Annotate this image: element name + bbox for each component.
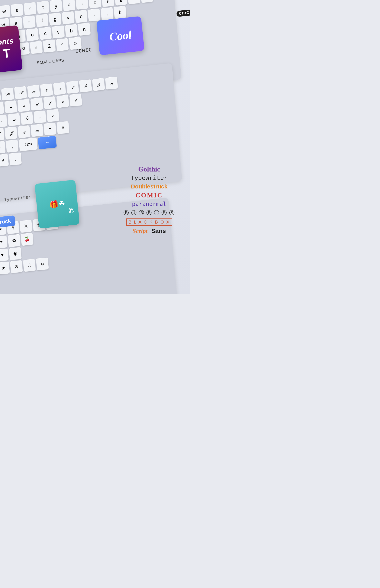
teal-icon-clover: ☘ [58, 199, 65, 208]
key-comma2[interactable]: , [6, 140, 19, 153]
key-sym-circle2[interactable]: ⊙ [10, 260, 23, 273]
badge-fonts-icon: T [2, 46, 11, 61]
badge-cool-text: Cool [109, 28, 132, 43]
key-script-w[interactable]: 𝓌 [27, 85, 40, 98]
key-caret[interactable]: ^ [56, 38, 69, 51]
teal-icon-gift: 🎁 [49, 200, 59, 209]
key-num2[interactable]: ?123 [19, 137, 38, 151]
key-enter2[interactable]: ← [38, 136, 57, 149]
key-o[interactable]: o [89, 0, 101, 8]
key-script-i[interactable]: 𝒾 [0, 115, 7, 128]
key-script-b[interactable]: 𝒷 [69, 94, 82, 107]
key-r[interactable]: r [24, 2, 37, 15]
key-y[interactable]: y [50, 0, 62, 12]
key-script-g[interactable]: 𝑔 [92, 78, 105, 91]
key-script-c[interactable]: 𝒸 [47, 109, 59, 122]
key-sym-flower2[interactable]: ✿ [8, 234, 21, 247]
key-n2[interactable]: n [78, 23, 91, 36]
key-sym-circle-dot[interactable]: ◉ [9, 247, 22, 260]
key-i2[interactable]: i [101, 7, 114, 20]
key-smiley[interactable]: ☺ [69, 37, 82, 50]
key-sc[interactable]: Sc [1, 88, 14, 101]
key-n3[interactable]: 𝓃 [105, 77, 118, 90]
truck-text: truck [0, 218, 11, 225]
key-e[interactable]: e [11, 3, 23, 17]
key-script-m[interactable]: 𝓂 [31, 124, 43, 137]
key-script-u[interactable]: 𝓊 [8, 113, 20, 126]
teal-icon-command: ⌘ [68, 207, 75, 214]
key-script-x[interactable]: 𝓍 [34, 110, 46, 123]
key-script-j2[interactable]: 𝒥 [5, 127, 18, 140]
font-gothic[interactable]: Golthic [138, 165, 160, 173]
key-script-p[interactable]: 𝒫 [14, 86, 27, 99]
font-comic[interactable]: COMIC [135, 192, 163, 199]
key-n[interactable]: n [141, 0, 153, 3]
key-b2[interactable]: b [75, 10, 88, 23]
key-sym-backspace3[interactable]: ⊗ [36, 257, 49, 271]
font-bubbles[interactable]: Ⓑ Ⓤ Ⓑ Ⓑ Ⓛ Ⓔ Ⓢ [123, 209, 175, 216]
key-sym-cherry[interactable]: 🍒 [21, 233, 34, 246]
key-u[interactable]: u [63, 0, 76, 11]
page-container: ≡ w e r t y u i o p g b n q w e r f g v … [0, 0, 190, 294]
key-w[interactable]: w [0, 5, 10, 18]
key-i[interactable]: i [76, 0, 89, 10]
font-script-sans[interactable]: Script Sans [133, 227, 166, 234]
key-r2[interactable]: r [23, 15, 36, 28]
key-serif2[interactable]: Serif [0, 89, 1, 102]
key-k[interactable]: k [114, 6, 127, 19]
badge-cool: Cool [96, 16, 145, 55]
font-blackbox[interactable]: B L A C K B O X [126, 218, 172, 226]
key-script-h[interactable]: 𝒽 [79, 79, 92, 93]
key-script-e[interactable]: 𝑒 [40, 83, 53, 97]
key-sym-starf[interactable]: ★ [0, 261, 10, 274]
font-doublestruck[interactable]: Doublestruck [131, 183, 168, 190]
key-g[interactable]: g [114, 0, 127, 6]
key-sym-heart[interactable]: ♥ [0, 249, 9, 261]
key-script-b2[interactable]: 𝒷 [0, 154, 9, 167]
badge-teal: 🎁 ☘ ⌘ [35, 180, 80, 229]
key-script-v[interactable]: 𝓋 [56, 95, 69, 108]
font-typewriter[interactable]: Typewriter [131, 175, 168, 182]
key-script-s[interactable]: 𝓈 [17, 99, 30, 112]
key-b[interactable]: b [128, 0, 140, 4]
key-smiley2[interactable]: ☺ [57, 121, 69, 134]
circ-label: CIRC [176, 9, 190, 17]
font-list: Golthic Typewriter Doublestruck COMIC pa… [113, 165, 186, 234]
key-script-t[interactable]: 𝓉 [66, 81, 79, 94]
key-b3[interactable]: b [65, 24, 78, 37]
font-paranormal[interactable]: paranormal [132, 201, 167, 207]
key-sym-fork[interactable]: ⚔ [19, 220, 33, 233]
key-t[interactable]: t [37, 1, 50, 14]
key-g2[interactable]: g [49, 13, 62, 26]
key-dot[interactable]: · [88, 9, 101, 22]
key-v2[interactable]: v [62, 11, 75, 24]
key-script-f[interactable]: 𝒻 [43, 96, 56, 109]
key-backspace2[interactable]: ⊗ [0, 141, 5, 154]
key-p[interactable]: p [102, 0, 114, 7]
key-script-l[interactable]: ℒ [21, 112, 34, 125]
key-f[interactable]: f [36, 14, 49, 27]
key-script-d[interactable]: 𝒹 [30, 98, 43, 111]
key-sym-bullseye[interactable]: ⦾ [23, 259, 36, 272]
key-d[interactable]: d [26, 28, 39, 41]
key-epsilon[interactable]: ε [30, 41, 43, 54]
key-script-a[interactable]: 𝒶 [4, 100, 17, 114]
key-c[interactable]: c [39, 27, 52, 40]
key-script-r[interactable]: 𝓇 [53, 82, 66, 95]
key-period[interactable]: . [9, 153, 22, 166]
key-2[interactable]: 2 [43, 39, 56, 53]
key-script-h2[interactable]: ℋ [0, 128, 4, 141]
key-script-q[interactable]: 𝓆 [0, 102, 4, 115]
badge-fonts-text: onts [0, 37, 14, 46]
key-sym-star2[interactable]: ✦ [0, 235, 8, 249]
key-v[interactable]: v [52, 25, 65, 39]
key-caret2[interactable]: ^ [44, 122, 57, 136]
key-script-z[interactable]: 𝓏 [18, 125, 30, 138]
